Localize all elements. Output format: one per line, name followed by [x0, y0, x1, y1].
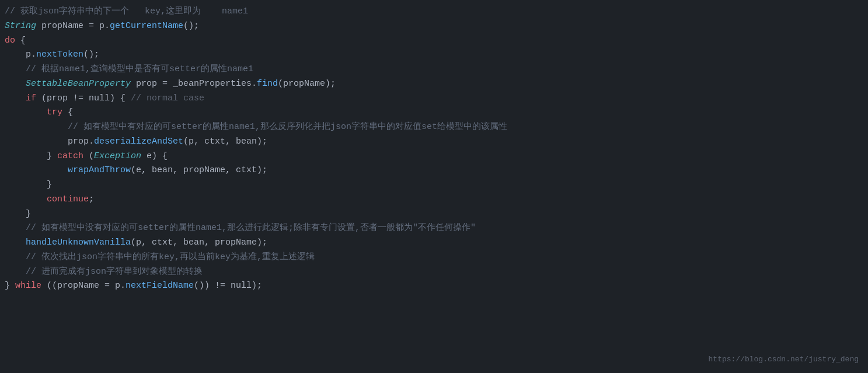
- token-plain: prop.: [68, 137, 94, 147]
- code-container: // 获取json字符串中的下一个 key,这里即为 name1String p…: [0, 0, 868, 373]
- code-line: // 获取json字符串中的下一个 key,这里即为 name1: [5, 5, 859, 19]
- token-plain: ;: [89, 194, 94, 204]
- token-plain: }: [26, 209, 31, 219]
- token-plain: propName = p.: [36, 21, 110, 31]
- token-plain: (: [83, 151, 94, 161]
- indent-space: [5, 137, 68, 147]
- code-line: // 进而完成有json字符串到对象模型的转换: [5, 265, 859, 280]
- token-comment-block: // 如有模型中有对应的可setter的属性name1,那么反序列化并把json…: [68, 122, 507, 132]
- token-plain: ();: [83, 50, 99, 60]
- indent-space: [5, 151, 47, 161]
- code-line: // 如有模型中没有对应的可setter的属性name1,那么进行此逻辑;除非有…: [5, 221, 859, 236]
- token-keyword: catch: [57, 151, 83, 161]
- indent-space: [5, 252, 26, 262]
- indent-space: [5, 223, 26, 233]
- token-keyword: while: [15, 281, 41, 291]
- token-bright: nextToken: [36, 50, 83, 60]
- code-line: // 如有模型中有对应的可setter的属性name1,那么反序列化并把json…: [5, 120, 859, 135]
- indent-space: [5, 64, 26, 74]
- token-plain: {: [15, 36, 26, 46]
- code-line: prop.deserializeAndSet(p, ctxt, bean);: [5, 135, 859, 149]
- indent-space: [5, 194, 47, 204]
- code-line: try {: [5, 106, 859, 120]
- token-comment-inline: // normal case: [131, 93, 204, 103]
- token-plain: e) {: [141, 151, 168, 161]
- token-plain: ()) != null);: [194, 281, 262, 291]
- indent-space: [5, 267, 26, 277]
- code-line: String propName = p.getCurrentName();: [5, 19, 859, 34]
- indent-space: [5, 238, 26, 247]
- code-line: p.nextToken();: [5, 48, 859, 62]
- indent-space: [5, 122, 68, 132]
- indent-space: [5, 107, 47, 117]
- token-type: Exception: [94, 151, 141, 161]
- token-comment-block: // 如有模型中没有对应的可setter的属性name1,那么进行此逻辑;除非有…: [26, 223, 476, 233]
- token-type: SettableBeanProperty: [26, 79, 131, 89]
- token-bright: wrapAndThrow: [68, 165, 131, 175]
- indent-space: [5, 180, 47, 190]
- indent-space: [5, 79, 26, 89]
- code-line: continue;: [5, 193, 859, 207]
- code-line: }: [5, 207, 859, 222]
- token-plain: {: [62, 107, 73, 117]
- token-comment-block: // 根据name1,查询模型中是否有可setter的属性name1: [26, 64, 253, 74]
- token-bright: handleUnknownVanilla: [26, 238, 131, 247]
- token-keyword: try: [47, 107, 62, 117]
- code-line: // 依次找出json字符串中的所有key,再以当前key为基准,重复上述逻辑: [5, 250, 859, 265]
- indent-space: [5, 93, 26, 103]
- token-plain: }: [5, 281, 15, 291]
- token-keyword: do: [5, 36, 15, 46]
- token-comment-block: // 依次找出json字符串中的所有key,再以当前key为基准,重复上述逻辑: [26, 252, 315, 262]
- code-line: if (prop != null) { // normal case: [5, 92, 859, 106]
- token-comment-block: // 获取json字符串中的下一个 key,这里即为 name1: [5, 6, 248, 16]
- url-link: https://blog.csdn.net/justry_deng: [709, 354, 859, 366]
- token-bright: find: [257, 79, 278, 89]
- token-plain: }: [47, 180, 52, 190]
- token-keyword: continue: [47, 194, 89, 204]
- indent-space: [5, 209, 26, 219]
- code-line: } catch (Exception e) {: [5, 149, 859, 164]
- code-line: } while ((propName = p.nextFieldName()) …: [5, 279, 859, 294]
- token-plain: (e, bean, propName, ctxt);: [131, 165, 267, 175]
- token-bright: nextFieldName: [126, 281, 194, 291]
- code-line: SettableBeanProperty prop = _beanPropert…: [5, 77, 859, 92]
- token-bright: deserializeAndSet: [94, 137, 183, 147]
- indent-space: [5, 165, 68, 175]
- token-plain: (p, ctxt, bean);: [183, 137, 267, 147]
- token-plain: ();: [183, 21, 199, 31]
- token-comment-block: // 进而完成有json字符串到对象模型的转换: [26, 267, 203, 277]
- indent-space: [5, 50, 26, 60]
- code-line: do {: [5, 34, 859, 48]
- token-plain: (prop != null) {: [36, 93, 131, 103]
- token-bright: getCurrentName: [110, 21, 183, 31]
- token-plain: (p, ctxt, bean, propName);: [131, 238, 267, 247]
- token-plain: (propName);: [278, 79, 336, 89]
- code-line: // 根据name1,查询模型中是否有可setter的属性name1: [5, 62, 859, 77]
- code-line: wrapAndThrow(e, bean, propName, ctxt);: [5, 163, 859, 178]
- token-plain: p.: [26, 50, 36, 60]
- code-line: handleUnknownVanilla(p, ctxt, bean, prop…: [5, 236, 859, 250]
- token-plain: ((propName = p.: [41, 281, 126, 291]
- token-plain: prop = _beanProperties.: [131, 79, 257, 89]
- code-block: // 获取json字符串中的下一个 key,这里即为 name1String p…: [5, 5, 859, 294]
- token-type: String: [5, 21, 36, 31]
- token-keyword: if: [26, 93, 36, 103]
- code-line: }: [5, 178, 859, 193]
- token-plain: }: [47, 151, 57, 161]
